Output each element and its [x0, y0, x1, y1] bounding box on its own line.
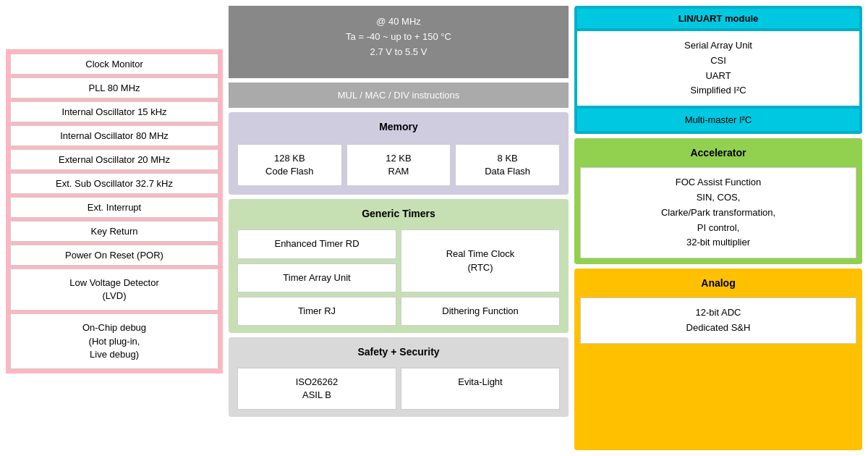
code-flash-size: 128 KB: [274, 153, 305, 164]
pi-control-text: PI control,: [697, 222, 740, 233]
timer-rj-cell: Timer RJ: [237, 297, 396, 326]
multi-master-i2c: Multi-master I²C: [577, 109, 859, 131]
serial-array-content: Serial Array Unit CSI UART Simplified I²…: [577, 31, 859, 106]
safety-header: Safety + Security: [231, 340, 566, 363]
memory-header: Memory: [231, 115, 566, 138]
iso26262-cell: ISO26262 ASIL B: [237, 368, 396, 410]
simplified-i2c-text: Simplified I²C: [690, 85, 746, 96]
ram-label: RAM: [388, 166, 409, 177]
multiplier-text: 32-bit multiplier: [686, 237, 750, 248]
adc-text: 12-bit ADC: [696, 307, 741, 318]
right-column: LIN/UART module Serial Array Unit CSI UA…: [574, 6, 862, 450]
memory-cells-container: 128 KB Code Flash 12 KB RAM 8 KB Data Fl…: [231, 138, 566, 192]
frequency-info-box: @ 40 MHz Ta = -40 ~ up to + 150 °C 2.7 V…: [229, 6, 569, 78]
enhanced-timer-rd-cell: Enhanced Timer RD: [237, 229, 396, 258]
code-flash-label: Code Flash: [265, 166, 313, 177]
iso26262-text: ISO26262: [296, 376, 339, 387]
lin-uart-header: LIN/UART module: [577, 9, 859, 28]
main-container: Clock Monitor PLL 80 MHz Internal Oscill…: [0, 0, 868, 456]
freq-line1: @ 40 MHz: [376, 16, 421, 27]
asil-b-text: ASIL B: [302, 389, 331, 400]
csi-text: CSI: [710, 55, 726, 66]
analog-content: 12-bit ADC Dedicated S&H: [580, 297, 856, 344]
mul-mac-div-text: MUL / MAC / DIV instructions: [338, 90, 460, 101]
communications-section: LIN/UART module Serial Array Unit CSI UA…: [574, 6, 862, 134]
pll-item: PLL 80 MHz: [10, 77, 218, 98]
ram-size: 12 KB: [386, 153, 411, 164]
clock-monitor-item: Clock Monitor: [10, 54, 218, 75]
safety-cells-container: ISO26262 ASIL B Evita-Light: [231, 363, 566, 414]
uart-text: UART: [705, 70, 731, 81]
left-pink-section: Clock Monitor PLL 80 MHz Internal Oscill…: [6, 49, 223, 373]
safety-section: Safety + Security ISO26262 ASIL B Evita-…: [229, 337, 569, 417]
power-on-reset-item: Power On Reset (POR): [10, 245, 218, 266]
accelerator-header: Accelerator: [577, 141, 859, 164]
middle-column: @ 40 MHz Ta = -40 ~ up to + 150 °C 2.7 V…: [229, 6, 569, 450]
timer-array-unit-cell: Timer Array Unit: [237, 263, 396, 292]
serial-array-unit-text: Serial Array Unit: [684, 40, 752, 51]
ext-osc-20m-item: External Oscillator 20 MHz: [10, 149, 218, 170]
accelerator-section: Accelerator FOC Assist Function SIN, COS…: [574, 138, 862, 264]
mul-mac-div-box: MUL / MAC / DIV instructions: [229, 83, 569, 108]
sin-cos-text: SIN, COS,: [697, 192, 741, 203]
int-osc-80m-item: Internal Oscillator 80 MHz: [10, 125, 218, 146]
foc-assist-text: FOC Assist Function: [676, 177, 761, 187]
int-osc-15k-item: Internal Oscillator 15 kHz: [10, 101, 218, 122]
data-flash-cell: 8 KB Data Flash: [455, 144, 560, 186]
code-flash-cell: 128 KB Code Flash: [237, 144, 342, 186]
evita-light-text: Evita-Light: [458, 376, 502, 387]
clarke-park-text: Clarke/Park transformation,: [661, 207, 775, 218]
left-column: Clock Monitor PLL 80 MHz Internal Oscill…: [6, 6, 223, 450]
data-flash-label: Data Flash: [485, 166, 530, 177]
freq-line2: Ta = -40 ~ up to + 150 °C: [346, 31, 451, 42]
dithering-function-cell: Dithering Function: [401, 297, 560, 326]
ext-interrupt-item: Ext. Interrupt: [10, 197, 218, 218]
timers-grid: Enhanced Timer RD Real Time Clock(RTC) T…: [231, 225, 566, 330]
lvd-item: Low Voltage Detector(LVD): [10, 269, 218, 311]
analog-section: Analog 12-bit ADC Dedicated S&H: [574, 269, 862, 450]
rtc-cell: Real Time Clock(RTC): [401, 229, 560, 292]
analog-header: Analog: [577, 271, 859, 295]
timers-section: Generic Timers Enhanced Timer RD Real Ti…: [229, 199, 569, 333]
sh-text: Dedicated S&H: [686, 322, 751, 333]
ext-sub-osc-item: Ext. Sub Oscillator 32.7 kHz: [10, 173, 218, 194]
evita-light-cell: Evita-Light: [401, 368, 560, 410]
timers-header: Generic Timers: [231, 202, 566, 225]
key-return-item: Key Return: [10, 221, 218, 242]
ram-cell: 12 KB RAM: [346, 144, 451, 186]
on-chip-debug-item: On-Chip debug(Hot plug-in,Live debug): [10, 313, 218, 369]
freq-line3: 2.7 V to 5.5 V: [370, 46, 427, 57]
data-flash-size: 8 KB: [498, 153, 518, 164]
memory-section: Memory 128 KB Code Flash 12 KB RAM 8 KB …: [229, 112, 569, 195]
accelerator-content: FOC Assist Function SIN, COS, Clarke/Par…: [580, 167, 856, 258]
